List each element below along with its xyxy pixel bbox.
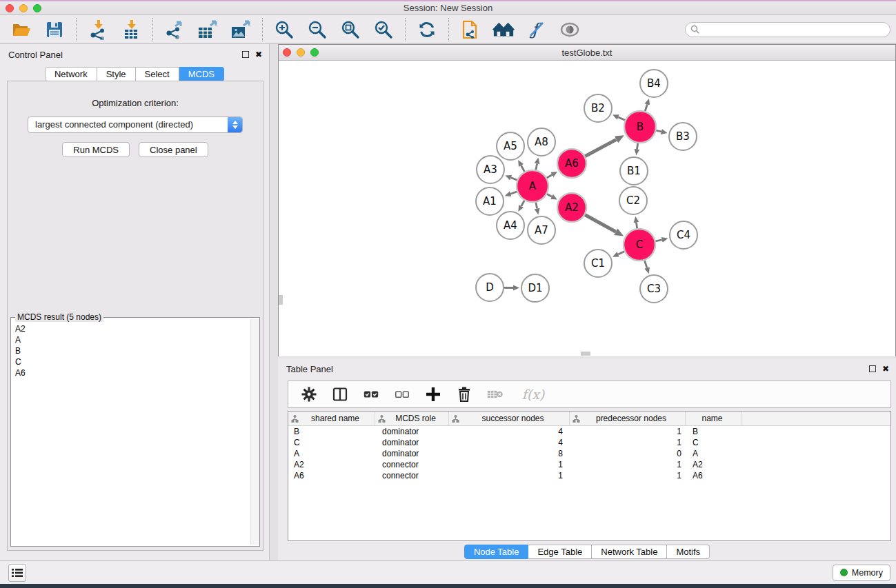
graph-edge-A6-B[interactable] — [584, 139, 617, 157]
show-hide-eye-icon[interactable] — [559, 19, 581, 41]
column-header-name[interactable]: name — [686, 412, 742, 425]
task-history-button[interactable] — [8, 564, 26, 582]
save-session-icon[interactable] — [43, 19, 66, 41]
vertical-scrollbar-thumb[interactable] — [279, 295, 283, 305]
graph-node-label-C1: C1 — [591, 257, 605, 270]
table-cell: A — [288, 449, 375, 458]
run-mcds-button[interactable]: Run MCDS — [62, 142, 130, 157]
mcds-result-scrollbar[interactable] — [250, 319, 259, 545]
graph-edge-A2-C[interactable] — [584, 214, 616, 232]
graph-node-label-B2: B2 — [591, 102, 605, 114]
select-all-icon[interactable] — [363, 385, 379, 403]
column-header-shared-name[interactable]: shared name — [288, 412, 375, 425]
table-row[interactable]: Adominator80A — [288, 448, 890, 459]
mcds-result-item[interactable]: A — [15, 334, 255, 345]
search-input[interactable] — [685, 22, 890, 37]
table-cell: 8 — [449, 449, 570, 458]
table-row[interactable]: Cdominator41C — [288, 437, 890, 448]
table-cell: A2 — [686, 460, 742, 469]
graph-node-label-C3: C3 — [647, 283, 661, 295]
table-panel-tabs: Node TableEdge TableNetwork TableMotifs — [464, 545, 710, 559]
column-header-mcds-role[interactable]: MCDS role — [375, 412, 449, 425]
mcds-result-item[interactable]: A6 — [15, 367, 255, 378]
zoom-selected-icon[interactable] — [372, 19, 395, 41]
table-cell: 1 — [449, 471, 570, 480]
function-builder-icon[interactable]: f(x) — [518, 385, 548, 403]
table-cell: C — [288, 438, 375, 447]
settings-gear-icon[interactable] — [301, 385, 317, 403]
dropdown-stepper-icon — [228, 117, 242, 132]
add-column-icon[interactable] — [425, 385, 441, 403]
tab-network[interactable]: Network — [45, 67, 97, 81]
import-table-icon[interactable] — [120, 19, 142, 41]
memory-button[interactable]: Memory — [833, 565, 890, 581]
optimization-criterion-dropdown[interactable]: largest connected component (directed) — [28, 116, 243, 133]
table-cell: A6 — [288, 471, 375, 480]
tab-motifs[interactable]: Motifs — [667, 545, 710, 559]
graph-node-label-B4: B4 — [647, 77, 661, 90]
home-icon[interactable] — [492, 19, 515, 41]
zoom-in-icon[interactable] — [273, 19, 295, 41]
deselect-all-icon[interactable] — [394, 385, 410, 403]
search-field — [685, 22, 890, 37]
desktop-background — [0, 584, 896, 588]
graph-node-label-A7: A7 — [535, 224, 548, 236]
tab-style[interactable]: Style — [97, 67, 136, 81]
table-cell: 4 — [449, 427, 570, 436]
open-session-icon[interactable] — [10, 19, 32, 41]
table-cell: connector — [375, 460, 449, 469]
table-body: Bdominator41BCdominator41CAdominator80AA… — [288, 426, 890, 481]
split-columns-icon[interactable] — [332, 385, 348, 403]
table-header-row: shared name MCDS role successor nodes pr… — [288, 412, 890, 426]
table-row[interactable]: A2connector11A2 — [288, 459, 890, 470]
table-row[interactable]: A6connector11A6 — [288, 470, 890, 481]
mcds-result-title: MCDS result (5 nodes) — [15, 312, 103, 322]
close-panel-icon[interactable]: ✖ — [255, 51, 262, 58]
zoom-fit-icon[interactable] — [339, 19, 361, 41]
tab-edge-table[interactable]: Edge Table — [528, 545, 592, 559]
import-network-icon[interactable] — [87, 19, 109, 41]
network-window-title: testGlobe.txt — [279, 48, 895, 58]
export-image-icon[interactable] — [230, 19, 252, 41]
delete-table-icon[interactable] — [487, 385, 504, 403]
network-canvas[interactable]: AA1A2A3A4A5A6A7A8BB1B2B3B4CC1C2C3C4DD1 — [279, 61, 895, 356]
graph-node-label-A5: A5 — [504, 140, 517, 152]
horizontal-scrollbar-thumb[interactable] — [581, 352, 590, 356]
export-table-icon[interactable] — [197, 19, 219, 41]
zoom-out-icon[interactable] — [306, 19, 328, 41]
export-network-icon[interactable] — [163, 19, 186, 41]
refresh-view-icon[interactable] — [416, 19, 438, 41]
table-row[interactable]: Bdominator41B — [288, 426, 890, 437]
graph-node-label-A8: A8 — [535, 136, 548, 148]
tab-select[interactable]: Select — [136, 67, 179, 81]
close-table-panel-icon[interactable]: ✖ — [882, 365, 889, 372]
mcds-result-item[interactable]: A2 — [15, 323, 255, 334]
memory-status-icon — [840, 569, 848, 576]
fx-label: f(x) — [522, 387, 545, 402]
window-title: Session: New Session — [0, 3, 896, 13]
mcds-panel: Optimization criterion: largest connecte… — [7, 81, 263, 551]
table-cell: B — [288, 427, 375, 436]
tab-network-table[interactable]: Network Table — [592, 545, 667, 559]
table-cell: dominator — [375, 438, 449, 447]
graph-node-label-A: A — [529, 180, 537, 192]
tab-node-table[interactable]: Node Table — [464, 545, 529, 559]
delete-column-trash-icon[interactable] — [456, 385, 472, 403]
table-toolbar: f(x) — [288, 381, 891, 408]
toggle-graphics-details-icon[interactable]: ƒ — [526, 19, 548, 41]
column-header-successor-nodes[interactable]: successor nodes — [449, 412, 570, 425]
new-session-from-network-icon[interactable] — [459, 19, 481, 41]
graph-node-label-C: C — [636, 239, 643, 251]
mcds-result-item[interactable]: C — [15, 356, 255, 367]
float-panel-icon[interactable] — [242, 51, 249, 58]
table-cell: connector — [375, 471, 449, 480]
mcds-result-box: MCDS result (5 nodes) A2ABCA6 — [10, 317, 260, 547]
close-panel-button[interactable]: Close panel — [139, 142, 208, 157]
column-header-predecessor-nodes[interactable]: predecessor nodes — [570, 412, 686, 425]
table-cell: 4 — [449, 438, 570, 447]
network-view-window: testGlobe.txt AA1A2A3A4A5A6A7A8BB1B2B3B4… — [278, 44, 896, 356]
mcds-result-item[interactable]: B — [15, 345, 255, 356]
tab-mcds[interactable]: MCDS — [179, 67, 224, 81]
float-table-panel-icon[interactable] — [869, 365, 876, 372]
table-cell: 1 — [449, 460, 570, 469]
